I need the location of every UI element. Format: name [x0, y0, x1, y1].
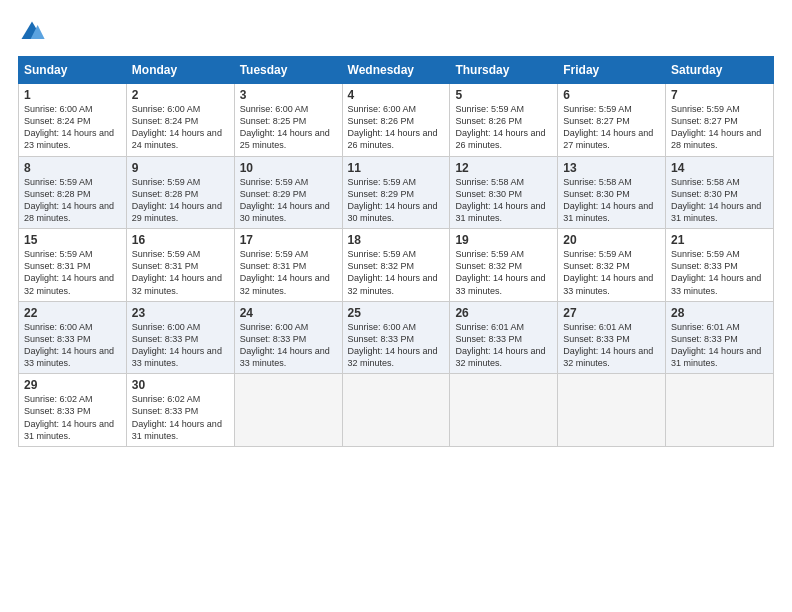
- calendar-cell: 6Sunrise: 5:59 AMSunset: 8:27 PMDaylight…: [558, 84, 666, 157]
- calendar-cell: 14Sunrise: 5:58 AMSunset: 8:30 PMDayligh…: [666, 156, 774, 229]
- day-number: 16: [132, 233, 229, 247]
- calendar-cell: 28Sunrise: 6:01 AMSunset: 8:33 PMDayligh…: [666, 301, 774, 374]
- calendar-week-row: 29Sunrise: 6:02 AMSunset: 8:33 PMDayligh…: [19, 374, 774, 447]
- day-info: Sunrise: 6:01 AMSunset: 8:33 PMDaylight:…: [455, 322, 545, 368]
- day-number: 10: [240, 161, 337, 175]
- day-number: 21: [671, 233, 768, 247]
- calendar-cell: 5Sunrise: 5:59 AMSunset: 8:26 PMDaylight…: [450, 84, 558, 157]
- day-info: Sunrise: 5:58 AMSunset: 8:30 PMDaylight:…: [671, 177, 761, 223]
- weekday-header: Saturday: [666, 57, 774, 84]
- day-number: 3: [240, 88, 337, 102]
- calendar-cell: 11Sunrise: 5:59 AMSunset: 8:29 PMDayligh…: [342, 156, 450, 229]
- logo-icon: [18, 18, 46, 46]
- day-info: Sunrise: 5:59 AMSunset: 8:33 PMDaylight:…: [671, 249, 761, 295]
- day-info: Sunrise: 5:58 AMSunset: 8:30 PMDaylight:…: [563, 177, 653, 223]
- calendar-cell: 17Sunrise: 5:59 AMSunset: 8:31 PMDayligh…: [234, 229, 342, 302]
- calendar-week-row: 1Sunrise: 6:00 AMSunset: 8:24 PMDaylight…: [19, 84, 774, 157]
- calendar-cell: 12Sunrise: 5:58 AMSunset: 8:30 PMDayligh…: [450, 156, 558, 229]
- calendar-cell: 23Sunrise: 6:00 AMSunset: 8:33 PMDayligh…: [126, 301, 234, 374]
- day-number: 6: [563, 88, 660, 102]
- day-info: Sunrise: 6:00 AMSunset: 8:33 PMDaylight:…: [24, 322, 114, 368]
- weekday-header: Sunday: [19, 57, 127, 84]
- calendar-cell: [342, 374, 450, 447]
- day-info: Sunrise: 5:59 AMSunset: 8:32 PMDaylight:…: [455, 249, 545, 295]
- day-info: Sunrise: 5:59 AMSunset: 8:27 PMDaylight:…: [563, 104, 653, 150]
- calendar-cell: 10Sunrise: 5:59 AMSunset: 8:29 PMDayligh…: [234, 156, 342, 229]
- calendar-cell: 26Sunrise: 6:01 AMSunset: 8:33 PMDayligh…: [450, 301, 558, 374]
- day-info: Sunrise: 6:00 AMSunset: 8:33 PMDaylight:…: [348, 322, 438, 368]
- calendar-cell: 13Sunrise: 5:58 AMSunset: 8:30 PMDayligh…: [558, 156, 666, 229]
- calendar-cell: [558, 374, 666, 447]
- calendar-week-row: 15Sunrise: 5:59 AMSunset: 8:31 PMDayligh…: [19, 229, 774, 302]
- day-info: Sunrise: 5:59 AMSunset: 8:31 PMDaylight:…: [240, 249, 330, 295]
- weekday-header: Monday: [126, 57, 234, 84]
- header: [18, 18, 774, 46]
- calendar-cell: 27Sunrise: 6:01 AMSunset: 8:33 PMDayligh…: [558, 301, 666, 374]
- day-number: 26: [455, 306, 552, 320]
- day-info: Sunrise: 6:00 AMSunset: 8:24 PMDaylight:…: [24, 104, 114, 150]
- calendar-cell: 20Sunrise: 5:59 AMSunset: 8:32 PMDayligh…: [558, 229, 666, 302]
- page: SundayMondayTuesdayWednesdayThursdayFrid…: [0, 0, 792, 612]
- calendar-cell: [450, 374, 558, 447]
- calendar-cell: 2Sunrise: 6:00 AMSunset: 8:24 PMDaylight…: [126, 84, 234, 157]
- day-info: Sunrise: 5:59 AMSunset: 8:31 PMDaylight:…: [24, 249, 114, 295]
- day-info: Sunrise: 6:02 AMSunset: 8:33 PMDaylight:…: [132, 394, 222, 440]
- day-number: 23: [132, 306, 229, 320]
- day-info: Sunrise: 5:59 AMSunset: 8:32 PMDaylight:…: [563, 249, 653, 295]
- day-number: 1: [24, 88, 121, 102]
- day-number: 20: [563, 233, 660, 247]
- calendar-cell: 19Sunrise: 5:59 AMSunset: 8:32 PMDayligh…: [450, 229, 558, 302]
- calendar-cell: 29Sunrise: 6:02 AMSunset: 8:33 PMDayligh…: [19, 374, 127, 447]
- day-info: Sunrise: 5:59 AMSunset: 8:28 PMDaylight:…: [24, 177, 114, 223]
- day-info: Sunrise: 5:58 AMSunset: 8:30 PMDaylight:…: [455, 177, 545, 223]
- day-number: 7: [671, 88, 768, 102]
- day-info: Sunrise: 6:00 AMSunset: 8:33 PMDaylight:…: [132, 322, 222, 368]
- day-number: 30: [132, 378, 229, 392]
- day-number: 18: [348, 233, 445, 247]
- calendar-cell: 1Sunrise: 6:00 AMSunset: 8:24 PMDaylight…: [19, 84, 127, 157]
- calendar-cell: 7Sunrise: 5:59 AMSunset: 8:27 PMDaylight…: [666, 84, 774, 157]
- day-info: Sunrise: 5:59 AMSunset: 8:31 PMDaylight:…: [132, 249, 222, 295]
- day-number: 9: [132, 161, 229, 175]
- calendar-body: 1Sunrise: 6:00 AMSunset: 8:24 PMDaylight…: [19, 84, 774, 447]
- calendar-cell: 22Sunrise: 6:00 AMSunset: 8:33 PMDayligh…: [19, 301, 127, 374]
- day-number: 15: [24, 233, 121, 247]
- weekday-header: Friday: [558, 57, 666, 84]
- logo: [18, 18, 50, 46]
- calendar-cell: 15Sunrise: 5:59 AMSunset: 8:31 PMDayligh…: [19, 229, 127, 302]
- day-info: Sunrise: 5:59 AMSunset: 8:26 PMDaylight:…: [455, 104, 545, 150]
- calendar-cell: 8Sunrise: 5:59 AMSunset: 8:28 PMDaylight…: [19, 156, 127, 229]
- day-number: 17: [240, 233, 337, 247]
- day-number: 19: [455, 233, 552, 247]
- day-number: 11: [348, 161, 445, 175]
- day-info: Sunrise: 6:02 AMSunset: 8:33 PMDaylight:…: [24, 394, 114, 440]
- day-number: 13: [563, 161, 660, 175]
- calendar-cell: 30Sunrise: 6:02 AMSunset: 8:33 PMDayligh…: [126, 374, 234, 447]
- calendar-cell: 25Sunrise: 6:00 AMSunset: 8:33 PMDayligh…: [342, 301, 450, 374]
- day-info: Sunrise: 5:59 AMSunset: 8:28 PMDaylight:…: [132, 177, 222, 223]
- day-number: 24: [240, 306, 337, 320]
- day-number: 27: [563, 306, 660, 320]
- calendar-cell: 21Sunrise: 5:59 AMSunset: 8:33 PMDayligh…: [666, 229, 774, 302]
- day-info: Sunrise: 5:59 AMSunset: 8:29 PMDaylight:…: [240, 177, 330, 223]
- calendar-cell: [234, 374, 342, 447]
- day-number: 12: [455, 161, 552, 175]
- day-info: Sunrise: 5:59 AMSunset: 8:27 PMDaylight:…: [671, 104, 761, 150]
- day-number: 22: [24, 306, 121, 320]
- calendar-cell: [666, 374, 774, 447]
- day-number: 2: [132, 88, 229, 102]
- weekday-header: Thursday: [450, 57, 558, 84]
- day-info: Sunrise: 5:59 AMSunset: 8:29 PMDaylight:…: [348, 177, 438, 223]
- calendar: SundayMondayTuesdayWednesdayThursdayFrid…: [18, 56, 774, 447]
- calendar-cell: 9Sunrise: 5:59 AMSunset: 8:28 PMDaylight…: [126, 156, 234, 229]
- calendar-header-row: SundayMondayTuesdayWednesdayThursdayFrid…: [19, 57, 774, 84]
- day-info: Sunrise: 6:00 AMSunset: 8:24 PMDaylight:…: [132, 104, 222, 150]
- day-info: Sunrise: 6:00 AMSunset: 8:26 PMDaylight:…: [348, 104, 438, 150]
- calendar-cell: 16Sunrise: 5:59 AMSunset: 8:31 PMDayligh…: [126, 229, 234, 302]
- calendar-cell: 18Sunrise: 5:59 AMSunset: 8:32 PMDayligh…: [342, 229, 450, 302]
- day-info: Sunrise: 6:00 AMSunset: 8:25 PMDaylight:…: [240, 104, 330, 150]
- calendar-week-row: 8Sunrise: 5:59 AMSunset: 8:28 PMDaylight…: [19, 156, 774, 229]
- weekday-header: Wednesday: [342, 57, 450, 84]
- day-number: 4: [348, 88, 445, 102]
- day-number: 28: [671, 306, 768, 320]
